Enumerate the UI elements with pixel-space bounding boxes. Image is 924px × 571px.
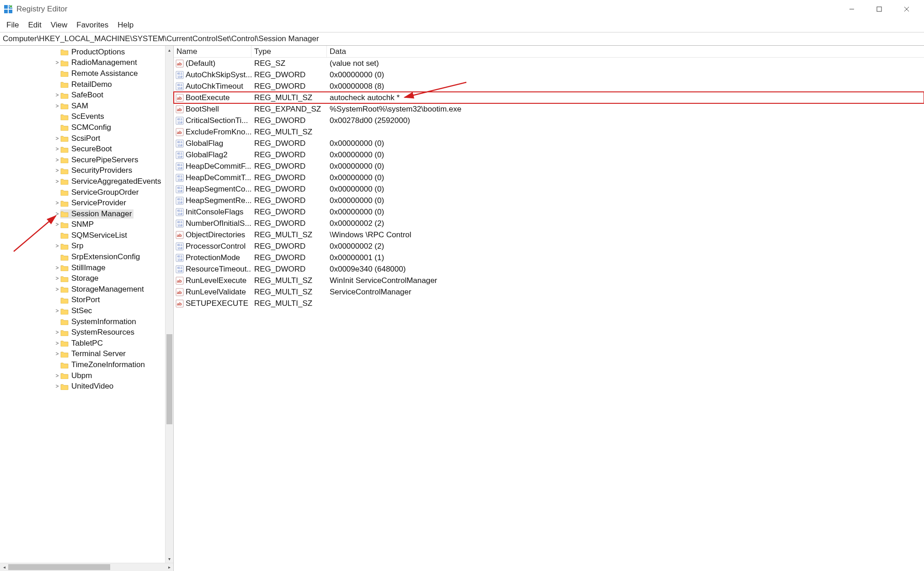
expand-chevron-icon[interactable]: > <box>54 200 60 206</box>
value-row[interactable]: 011110AutoChkTimeoutREG_DWORD0x00000008 … <box>174 80 924 92</box>
scroll-thumb[interactable] <box>166 334 172 424</box>
maximize-button[interactable] <box>865 0 893 18</box>
tree-item[interactable]: ScEvents <box>0 112 173 123</box>
tree-item[interactable]: >ScsiPort <box>0 133 173 144</box>
value-row[interactable]: 011110HeapDeCommitT...REG_DWORD0x0000000… <box>174 172 924 183</box>
expand-chevron-icon[interactable]: > <box>54 265 60 271</box>
value-row[interactable]: ab(Default)REG_SZ(value not set) <box>174 58 924 69</box>
close-button[interactable] <box>893 0 920 18</box>
column-type[interactable]: Type <box>251 46 327 57</box>
tree-item-label: SecurePipeServers <box>71 155 138 165</box>
tree-item[interactable]: >SystemResources <box>0 327 173 338</box>
expand-chevron-icon[interactable]: > <box>54 286 60 293</box>
value-name: CriticalSectionTi... <box>186 116 248 125</box>
tree-item-label: StSec <box>71 306 92 315</box>
tree-item[interactable]: >Storage <box>0 273 173 284</box>
expand-chevron-icon[interactable]: > <box>54 221 60 228</box>
tree-item[interactable]: >Terminal Server <box>0 349 173 360</box>
expand-chevron-icon[interactable]: > <box>54 211 60 217</box>
expand-chevron-icon[interactable]: > <box>54 340 60 347</box>
value-row[interactable]: abSETUPEXECUTEREG_MULTI_SZ <box>174 298 924 309</box>
value-row[interactable]: 011110GlobalFlag2REG_DWORD0x00000000 (0) <box>174 149 924 160</box>
tree-item[interactable]: Remote Assistance <box>0 68 173 79</box>
value-row[interactable]: 011110CriticalSectionTi...REG_DWORD0x002… <box>174 115 924 126</box>
expand-chevron-icon[interactable]: > <box>54 146 60 152</box>
tree-item[interactable]: >UnitedVideo <box>0 381 173 392</box>
column-data[interactable]: Data <box>327 46 510 57</box>
tree-item[interactable]: >TabletPC <box>0 338 173 349</box>
menu-edit[interactable]: Edit <box>23 20 46 31</box>
value-row[interactable]: 011110InitConsoleFlagsREG_DWORD0x0000000… <box>174 206 924 218</box>
value-row[interactable]: 011110GlobalFlagREG_DWORD0x00000000 (0) <box>174 138 924 149</box>
value-row[interactable]: 011110AutoChkSkipSyst...REG_DWORD0x00000… <box>174 69 924 80</box>
scroll-up-arrow-icon[interactable]: ▴ <box>166 46 173 54</box>
tree-item[interactable]: >Srp <box>0 241 173 252</box>
value-row[interactable]: 011110HeapSegmentRe...REG_DWORD0x0000000… <box>174 195 924 206</box>
tree-item[interactable]: SQMServiceList <box>0 230 173 241</box>
tree-item[interactable]: ServiceGroupOrder <box>0 187 173 198</box>
tree-item[interactable]: >SecurePipeServers <box>0 155 173 165</box>
expand-chevron-icon[interactable]: > <box>54 373 60 379</box>
address-bar[interactable]: Computer\HKEY_LOCAL_MACHINE\SYSTEM\Curre… <box>0 32 924 46</box>
tree-item[interactable]: >SecureBoot <box>0 144 173 155</box>
menu-file[interactable]: File <box>2 20 23 31</box>
expand-chevron-icon[interactable]: > <box>54 59 60 66</box>
tree-item[interactable]: ProductOptions <box>0 47 173 58</box>
expand-chevron-icon[interactable]: > <box>54 178 60 185</box>
expand-chevron-icon[interactable]: > <box>54 243 60 249</box>
menu-help[interactable]: Help <box>113 20 138 31</box>
tree-item[interactable]: SrpExtensionConfig <box>0 251 173 262</box>
scroll-right-arrow-icon[interactable]: ▸ <box>165 565 173 570</box>
value-row[interactable]: 011110HeapSegmentCo...REG_DWORD0x0000000… <box>174 183 924 195</box>
tree-item[interactable]: >ServiceAggregatedEvents <box>0 176 173 187</box>
expand-chevron-icon[interactable]: > <box>54 383 60 390</box>
column-name[interactable]: Name <box>174 46 251 57</box>
value-row[interactable]: 011110NumberOfInitialS...REG_DWORD0x0000… <box>174 218 924 229</box>
menu-favorites[interactable]: Favorites <box>72 20 113 31</box>
tree-item[interactable]: RetailDemo <box>0 79 173 90</box>
value-row[interactable]: 011110HeapDeCommitF...REG_DWORD0x0000000… <box>174 160 924 172</box>
expand-chevron-icon[interactable]: > <box>54 167 60 174</box>
tree-item[interactable]: >StillImage <box>0 262 173 273</box>
scroll-down-arrow-icon[interactable]: ▾ <box>166 555 173 563</box>
tree-item[interactable]: SystemInformation <box>0 316 173 327</box>
value-row[interactable]: 011110ProtectionModeREG_DWORD0x00000001 … <box>174 252 924 263</box>
expand-chevron-icon[interactable]: > <box>54 308 60 314</box>
tree-item[interactable]: >SafeBoot <box>0 90 173 101</box>
expand-chevron-icon[interactable]: > <box>54 92 60 98</box>
tree-item[interactable]: >SNMP <box>0 219 173 230</box>
value-row[interactable]: 011110ResourceTimeout...REG_DWORD0x0009e… <box>174 263 924 275</box>
tree-horizontal-scrollbar[interactable]: ◂ ▸ <box>0 563 173 571</box>
value-row[interactable]: abRunLevelExecuteREG_MULTI_SZWinInit Ser… <box>174 275 924 286</box>
expand-chevron-icon[interactable]: > <box>54 329 60 336</box>
expand-chevron-icon[interactable]: > <box>54 275 60 282</box>
value-row[interactable]: abBootShellREG_EXPAND_SZ%SystemRoot%\sys… <box>174 103 924 115</box>
value-row[interactable]: abObjectDirectoriesREG_MULTI_SZ\Windows … <box>174 229 924 240</box>
tree-item[interactable]: >SecurityProviders <box>0 165 173 176</box>
expand-chevron-icon[interactable]: > <box>54 135 60 142</box>
expand-chevron-icon[interactable]: > <box>54 103 60 109</box>
tree-item-label: SecureBoot <box>71 144 112 154</box>
tree-item[interactable]: >RadioManagement <box>0 58 173 69</box>
tree-item[interactable]: TimeZoneInformation <box>0 359 173 370</box>
tree-item[interactable]: >StorageManagement <box>0 284 173 295</box>
tree-item[interactable]: >SAM <box>0 101 173 112</box>
scroll-left-arrow-icon[interactable]: ◂ <box>0 565 8 570</box>
menu-view[interactable]: View <box>46 20 72 31</box>
tree-item[interactable]: >ServiceProvider <box>0 197 173 208</box>
tree-item[interactable]: >Ubpm <box>0 370 173 381</box>
expand-chevron-icon[interactable]: > <box>54 157 60 163</box>
value-row[interactable]: 011110ProcessorControlREG_DWORD0x0000000… <box>174 240 924 252</box>
tree-item[interactable]: >Session Manager <box>0 208 173 219</box>
tree-vertical-scrollbar[interactable]: ▴ ▾ <box>165 46 173 563</box>
registry-tree[interactable]: ProductOptions>RadioManagementRemote Ass… <box>0 46 173 392</box>
scroll-thumb[interactable] <box>8 564 110 570</box>
value-row[interactable]: abRunLevelValidateREG_MULTI_SZServiceCon… <box>174 286 924 298</box>
minimize-button[interactable] <box>838 0 865 18</box>
value-row[interactable]: abBootExecuteREG_MULTI_SZautocheck autoc… <box>174 92 924 103</box>
tree-item[interactable]: >StSec <box>0 305 173 316</box>
tree-item[interactable]: StorPort <box>0 295 173 306</box>
value-row[interactable]: abExcludeFromKno...REG_MULTI_SZ <box>174 126 924 138</box>
tree-item[interactable]: SCMConfig <box>0 122 173 133</box>
expand-chevron-icon[interactable]: > <box>54 351 60 357</box>
